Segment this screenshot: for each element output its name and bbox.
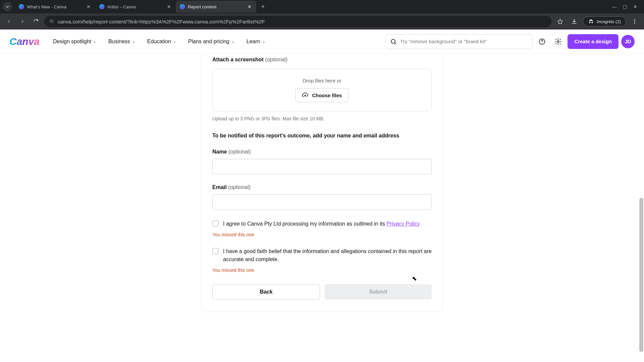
arrow-right-icon: [19, 18, 25, 24]
choose-files-button[interactable]: Choose files: [296, 88, 348, 102]
close-icon[interactable]: ✕: [166, 4, 172, 9]
upload-icon: [302, 92, 309, 99]
close-window-button[interactable]: ✕: [633, 4, 637, 9]
avatar[interactable]: JD: [621, 35, 635, 48]
name-label: Name (optional): [212, 149, 432, 155]
chevron-down-icon: ⌄: [262, 39, 265, 44]
nav-label: Learn: [247, 39, 260, 45]
minimize-button[interactable]: —: [612, 4, 617, 9]
svg-rect-5: [51, 22, 54, 22]
privacy-error: You missed this one: [212, 232, 432, 237]
close-icon[interactable]: ✕: [86, 4, 91, 9]
reload-icon: [33, 18, 39, 24]
choose-files-label: Choose files: [312, 93, 342, 98]
help-button[interactable]: [535, 35, 549, 48]
svg-point-6: [634, 19, 635, 20]
goodfaith-row: I have a good faith belief that the info…: [212, 247, 432, 263]
canva-favicon: [19, 4, 24, 9]
incognito-label: Incognito (2): [597, 19, 621, 24]
privacy-text: I agree to Canva Pty Ltd processing my i…: [223, 220, 420, 228]
file-dropzone[interactable]: Drop files here or Choose files: [212, 69, 432, 111]
browser-menu-button[interactable]: [629, 16, 640, 27]
content-viewport: Attach a screenshot (optional) Drop file…: [0, 54, 644, 362]
tab-artlist[interactable]: Artlist – Canva ✕: [95, 1, 176, 13]
arrow-left-icon: [6, 18, 12, 24]
scrollbar-thumb[interactable]: [639, 198, 643, 352]
window-controls: — ▢ ✕: [612, 4, 641, 9]
browser-chrome: What's New - Canva ✕ Artlist – Canva ✕ R…: [0, 0, 644, 29]
svg-rect-1: [52, 20, 53, 20]
back-button[interactable]: [4, 16, 14, 26]
forward-button[interactable]: [17, 16, 28, 26]
svg-point-9: [391, 39, 395, 43]
canva-logo[interactable]: Canva: [9, 36, 40, 47]
nav-learn[interactable]: Learn ⌄: [242, 36, 270, 47]
nav-design-spotlight[interactable]: Design spotlight ⌄: [48, 36, 101, 47]
nav-label: Education: [147, 39, 171, 45]
settings-button[interactable]: [551, 35, 565, 48]
chevron-down-icon: ⌄: [132, 39, 135, 44]
site-settings-icon[interactable]: [49, 18, 54, 25]
privacy-policy-link[interactable]: Privacy Policy: [386, 221, 420, 227]
maximize-button[interactable]: ▢: [623, 4, 627, 9]
tab-strip: What's New - Canva ✕ Artlist – Canva ✕ R…: [0, 0, 644, 13]
nav-education[interactable]: Education ⌄: [143, 36, 181, 47]
goodfaith-checkbox[interactable]: [212, 248, 218, 254]
svg-rect-0: [50, 20, 51, 20]
chevron-down-icon: [5, 5, 9, 9]
tab-title: Artlist – Canva: [107, 4, 164, 9]
chevron-down-icon: ⌄: [173, 39, 176, 44]
canva-favicon: [180, 4, 185, 9]
downloads-button[interactable]: [569, 16, 580, 27]
browser-toolbar: canva.com/help/report-content/?link=http…: [0, 13, 644, 29]
email-label: Email (optional): [212, 184, 432, 190]
nav-label: Plans and pricing: [188, 39, 229, 45]
nav-business[interactable]: Business ⌄: [104, 36, 140, 47]
new-tab-button[interactable]: +: [258, 2, 268, 11]
nav-label: Design spotlight: [53, 39, 91, 45]
tab-search-button[interactable]: [3, 2, 12, 11]
search-box[interactable]: [385, 34, 533, 49]
goodfaith-error: You missed this one: [212, 267, 432, 273]
app-header: Canva Design spotlight ⌄ Business ⌄ Educ…: [0, 29, 644, 54]
chevron-down-icon: ⌄: [93, 39, 96, 44]
form-buttons: Back Submit: [212, 284, 432, 300]
address-bar[interactable]: canva.com/help/report-content/?link=http…: [44, 16, 551, 27]
privacy-checkbox[interactable]: [212, 221, 218, 227]
tab-report-content[interactable]: Report content ✕: [176, 1, 256, 13]
tab-title: What's New - Canva: [27, 4, 83, 9]
create-design-button[interactable]: Create a design: [568, 34, 619, 49]
incognito-badge[interactable]: Incognito (2): [583, 16, 626, 26]
star-icon: [557, 18, 563, 24]
goodfaith-text: I have a good faith belief that the info…: [223, 247, 432, 263]
url-text: canva.com/help/report-content/?link=http…: [58, 19, 265, 24]
name-input[interactable]: [212, 159, 432, 174]
back-button[interactable]: Back: [212, 284, 320, 300]
canva-favicon: [99, 4, 105, 9]
reload-button[interactable]: [31, 16, 41, 26]
svg-point-7: [634, 21, 635, 22]
tab-title: Report content: [188, 4, 244, 9]
incognito-icon: [588, 18, 594, 24]
bookmark-button[interactable]: [555, 16, 566, 27]
chevron-down-icon: ⌄: [231, 39, 234, 44]
svg-point-8: [634, 23, 635, 24]
privacy-consent-row: I agree to Canva Pty Ltd processing my i…: [212, 220, 432, 228]
attach-label: Attach a screenshot (optional): [212, 57, 432, 63]
search-icon: [390, 38, 397, 45]
notify-heading: To be notified of this report's outcome,…: [212, 133, 432, 139]
nav-label: Business: [108, 39, 130, 45]
search-input[interactable]: [400, 39, 528, 44]
nav-plans[interactable]: Plans and pricing ⌄: [183, 36, 239, 47]
kebab-icon: [632, 18, 638, 24]
submit-button[interactable]: Submit: [325, 284, 432, 300]
upload-hint: Upload up to 3 PNG or JPG files. Max fil…: [212, 116, 432, 121]
dropzone-text: Drop files here or: [221, 78, 423, 83]
svg-point-11: [557, 41, 559, 43]
tab-whats-new[interactable]: What's New - Canva ✕: [15, 1, 95, 13]
svg-rect-2: [50, 21, 52, 21]
gear-icon: [554, 38, 562, 45]
email-input[interactable]: [212, 194, 432, 210]
svg-rect-4: [50, 22, 51, 22]
close-icon[interactable]: ✕: [247, 4, 252, 9]
